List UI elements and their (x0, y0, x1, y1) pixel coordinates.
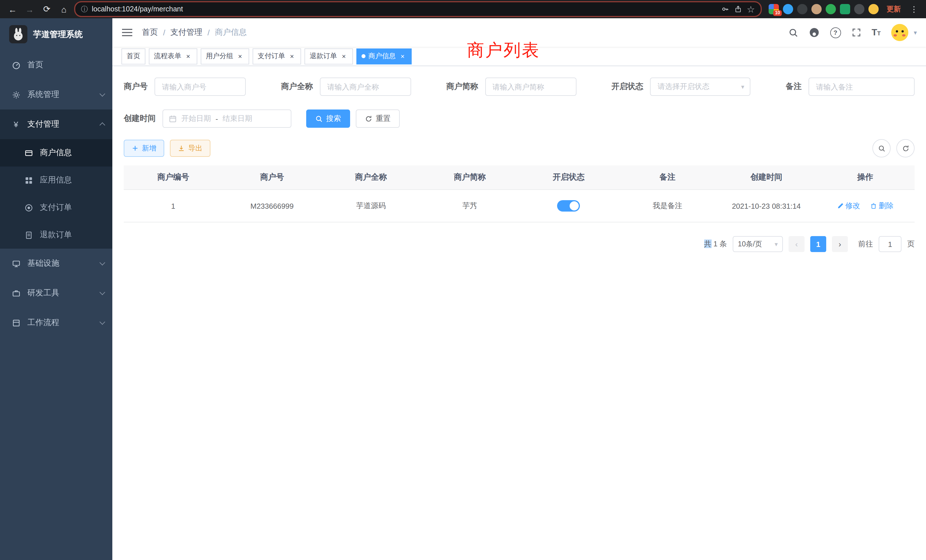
short-name-input[interactable] (485, 77, 576, 96)
browser-reload-button[interactable]: ⟳ (40, 2, 54, 16)
status-label: 开启状态 (611, 82, 643, 92)
extension-green-circle-icon[interactable] (826, 4, 836, 14)
tab-pay-order[interactable]: 支付订单 × (253, 48, 301, 64)
sidebar-item-label: 系统管理 (27, 89, 59, 100)
chevron-down-icon: ▾ (775, 241, 778, 248)
card-icon (24, 148, 33, 157)
extension-dark-icon[interactable] (797, 4, 807, 14)
next-page-button[interactable]: › (832, 236, 848, 252)
yen-icon: ¥ (11, 120, 21, 129)
close-icon[interactable]: × (288, 52, 296, 60)
extension-colorful-icon[interactable]: 10 (769, 4, 779, 14)
close-icon[interactable]: × (184, 52, 192, 60)
tab-home[interactable]: 首页 (121, 48, 145, 64)
cell-short-name: 芋艿 (420, 190, 519, 222)
workflow-icon (11, 318, 21, 327)
sidebar-item-merchant-info[interactable]: 商户信息 (0, 139, 112, 166)
sidebar-item-payment[interactable]: ¥ 支付管理 (0, 109, 112, 139)
extension-drop-icon[interactable] (783, 4, 793, 14)
close-icon[interactable]: × (340, 52, 348, 60)
chevron-down-icon (100, 289, 105, 295)
extension-face-icon[interactable] (869, 4, 879, 14)
tab-merchant-info[interactable]: 商户信息 × (356, 48, 412, 64)
avatar-caret-icon[interactable]: ▾ (914, 29, 917, 36)
github-icon[interactable] (809, 27, 819, 38)
sidebar-item-dev-tools[interactable]: 研发工具 (0, 278, 112, 308)
date-separator: - (216, 114, 218, 123)
full-name-label: 商户全称 (281, 82, 313, 92)
font-size-icon[interactable]: TT (872, 28, 881, 37)
sidebar-item-infra[interactable]: 基础设施 (0, 249, 112, 278)
status-toggle[interactable] (557, 200, 580, 212)
refresh-table-button[interactable] (896, 139, 915, 157)
page-content: 商户号 商户全称 商户简称 开启状态 请选择开启状态 (112, 66, 926, 560)
logo-rabbit-icon (9, 25, 27, 43)
sidebar-item-label: 退款订单 (40, 230, 72, 240)
chevron-down-icon (100, 91, 105, 97)
tab-flow-form[interactable]: 流程表单 × (149, 48, 197, 64)
filter-row-1: 商户号 商户全称 商户简称 开启状态 请选择开启状态 (124, 77, 915, 96)
column-header: 商户号 (222, 165, 322, 190)
merchant-no-input[interactable] (154, 77, 246, 96)
password-key-icon[interactable] (721, 5, 729, 13)
cell-merchant-no: M233666999 (222, 190, 322, 222)
sidebar-item-pay-order[interactable]: 支付订单 (0, 194, 112, 221)
create-time-label: 创建时间 (124, 114, 156, 124)
column-header: 开启状态 (519, 165, 618, 190)
sidebar-item-home[interactable]: 首页 (0, 50, 112, 80)
add-button[interactable]: 新增 (124, 140, 164, 157)
sidebar-toggle-icon[interactable] (121, 28, 134, 37)
tab-refund-order[interactable]: 退款订单 × (304, 48, 353, 64)
close-icon[interactable]: × (399, 52, 407, 60)
address-bar[interactable]: ⓘ localhost:1024/pay/merchant ☆ (74, 1, 762, 17)
extension-avatar-icon[interactable] (811, 4, 822, 14)
search-button[interactable]: 搜索 (306, 109, 350, 128)
reset-button[interactable]: 重置 (356, 109, 400, 128)
extension-pin-icon[interactable] (854, 4, 864, 14)
full-name-input[interactable] (320, 77, 411, 96)
dashboard-icon (11, 61, 21, 69)
delete-button[interactable]: 删除 (870, 201, 894, 211)
page-1-button[interactable]: 1 (810, 236, 826, 252)
show-search-toggle-button[interactable] (872, 139, 891, 157)
prev-page-button[interactable]: ‹ (788, 236, 805, 252)
browser-forward-button[interactable]: → (23, 2, 36, 16)
share-icon[interactable] (734, 5, 741, 13)
breadcrumb-home[interactable]: 首页 (142, 27, 158, 38)
goto-page-input[interactable] (879, 236, 902, 252)
browser-back-button[interactable]: ← (6, 2, 20, 16)
user-avatar[interactable] (891, 24, 909, 41)
tab-user-group[interactable]: 用户分组 × (201, 48, 249, 64)
edit-button[interactable]: 修改 (837, 201, 860, 211)
sidebar-item-workflow[interactable]: 工作流程 (0, 308, 112, 338)
status-select[interactable]: 请选择开启状态 ▾ (650, 77, 750, 96)
bookmark-star-icon[interactable]: ☆ (747, 4, 755, 15)
date-range-picker[interactable]: 开始日期 - 结束日期 (162, 109, 291, 128)
chevron-down-icon (100, 260, 105, 265)
chevron-down-icon: ▾ (741, 83, 744, 90)
search-icon[interactable] (788, 28, 798, 37)
document-icon (24, 231, 33, 239)
browser-menu-button[interactable]: ⋮ (908, 5, 920, 14)
grid-icon (24, 176, 33, 185)
page-annotation: 商户列表 (467, 39, 540, 62)
page-size-select[interactable]: 10条/页 ▾ (733, 236, 783, 252)
browser-update-button[interactable]: 更新 (887, 4, 901, 14)
site-info-icon[interactable]: ⓘ (81, 4, 88, 14)
close-icon[interactable]: × (236, 52, 244, 60)
column-header: 创建时间 (717, 165, 816, 190)
start-date-placeholder: 开始日期 (181, 114, 211, 124)
column-header: 商户编号 (124, 165, 222, 190)
fullscreen-icon[interactable] (852, 28, 861, 37)
sidebar-item-app-info[interactable]: 应用信息 (0, 166, 112, 194)
extension-green-square-icon[interactable] (840, 4, 850, 14)
sidebar-payment-group: ¥ 支付管理 商户信息 应用信息 (0, 109, 112, 249)
sidebar-item-system[interactable]: 系统管理 (0, 80, 112, 109)
breadcrumb-payment[interactable]: 支付管理 (171, 27, 203, 38)
cell-status (519, 190, 618, 222)
browser-home-button[interactable]: ⌂ (57, 2, 71, 16)
help-icon[interactable]: ? (830, 27, 841, 38)
export-button[interactable]: 导出 (170, 140, 210, 157)
sidebar-item-refund-order[interactable]: 退款订单 (0, 221, 112, 249)
remark-input[interactable] (808, 77, 915, 96)
